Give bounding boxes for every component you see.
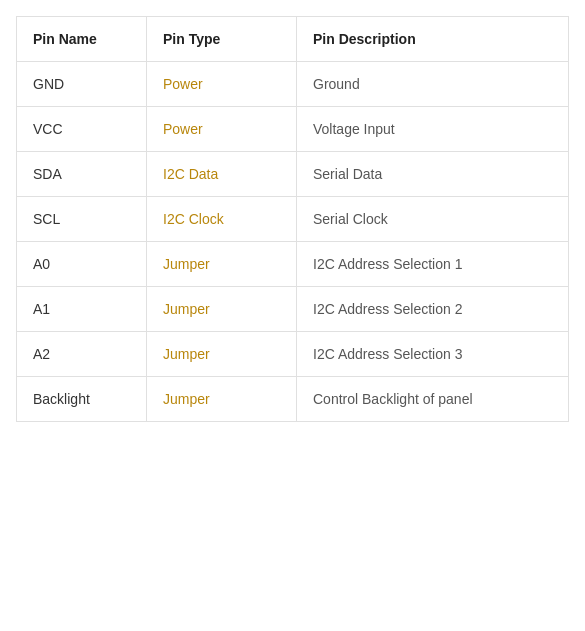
cell-pin-type: Power: [147, 62, 297, 107]
cell-pin-type: Jumper: [147, 332, 297, 377]
cell-pin-description: I2C Address Selection 3: [297, 332, 569, 377]
header-pin-type: Pin Type: [147, 17, 297, 62]
cell-pin-name: VCC: [17, 107, 147, 152]
table-row: BacklightJumperControl Backlight of pane…: [17, 377, 569, 422]
table-header-row: Pin Name Pin Type Pin Description: [17, 17, 569, 62]
cell-pin-description: I2C Address Selection 1: [297, 242, 569, 287]
table-row: VCCPowerVoltage Input: [17, 107, 569, 152]
cell-pin-name: Backlight: [17, 377, 147, 422]
cell-pin-name: A0: [17, 242, 147, 287]
cell-pin-type: Jumper: [147, 242, 297, 287]
cell-pin-name: SCL: [17, 197, 147, 242]
cell-pin-description: Ground: [297, 62, 569, 107]
table-row: SDAI2C DataSerial Data: [17, 152, 569, 197]
cell-pin-type: I2C Clock: [147, 197, 297, 242]
table-row: A2JumperI2C Address Selection 3: [17, 332, 569, 377]
cell-pin-name: A2: [17, 332, 147, 377]
cell-pin-description: Serial Data: [297, 152, 569, 197]
header-pin-description: Pin Description: [297, 17, 569, 62]
table-container: Pin Name Pin Type Pin Description GNDPow…: [0, 0, 585, 438]
cell-pin-type: Jumper: [147, 287, 297, 332]
table-row: A0JumperI2C Address Selection 1: [17, 242, 569, 287]
cell-pin-description: I2C Address Selection 2: [297, 287, 569, 332]
table-row: GNDPowerGround: [17, 62, 569, 107]
cell-pin-name: GND: [17, 62, 147, 107]
cell-pin-name: SDA: [17, 152, 147, 197]
table-row: A1JumperI2C Address Selection 2: [17, 287, 569, 332]
cell-pin-description: Voltage Input: [297, 107, 569, 152]
table-row: SCLI2C ClockSerial Clock: [17, 197, 569, 242]
cell-pin-description: Serial Clock: [297, 197, 569, 242]
cell-pin-description: Control Backlight of panel: [297, 377, 569, 422]
cell-pin-name: A1: [17, 287, 147, 332]
cell-pin-type: I2C Data: [147, 152, 297, 197]
header-pin-name: Pin Name: [17, 17, 147, 62]
pin-table: Pin Name Pin Type Pin Description GNDPow…: [16, 16, 569, 422]
cell-pin-type: Jumper: [147, 377, 297, 422]
cell-pin-type: Power: [147, 107, 297, 152]
